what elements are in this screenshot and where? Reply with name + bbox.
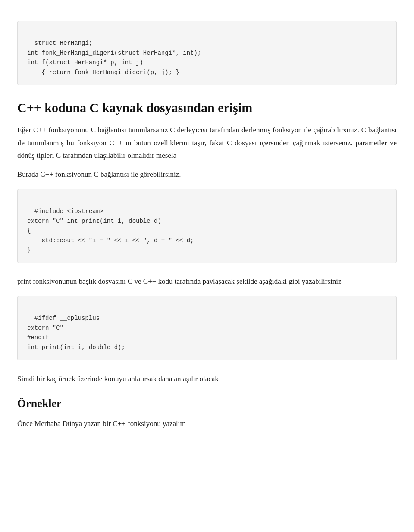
code-text-3: #ifdef __cplusplus extern "C" #endif int… <box>27 315 125 350</box>
paragraph-2: Burada C++ fonksiyonun C bağlantısı ile … <box>17 168 397 181</box>
paragraph-1: Eğer C++ fonksiyonunu C bağlantısı tanım… <box>17 124 397 162</box>
code-block-1: struct HerHangi; int fonk_HerHangi_diger… <box>17 21 397 85</box>
paragraph-4: Simdi bir kaç örnek üzerinde konuyu anla… <box>17 372 397 385</box>
section-2: print fonksiyonunun başlık dosyasını C v… <box>17 275 397 288</box>
section-1: C++ koduna C kaynak dosyasından erişim E… <box>17 99 397 181</box>
code-block-2: #include <iostream> extern "C" int print… <box>17 189 397 263</box>
paragraph-3: print fonksiyonunun başlık dosyasını C v… <box>17 275 397 288</box>
paragraph-5: Önce Merhaba Dünya yazan bir C++ fonksiy… <box>17 417 397 430</box>
code-text-1: struct HerHangi; int fonk_HerHangi_diger… <box>27 40 201 75</box>
section-heading-2: Örnekler <box>17 394 397 413</box>
section-3: Simdi bir kaç örnek üzerinde konuyu anla… <box>17 372 397 430</box>
code-block-3: #ifdef __cplusplus extern "C" #endif int… <box>17 296 397 360</box>
section-heading-1: C++ koduna C kaynak dosyasından erişim <box>17 99 397 116</box>
code-text-2: #include <iostream> extern "C" int print… <box>27 208 194 253</box>
